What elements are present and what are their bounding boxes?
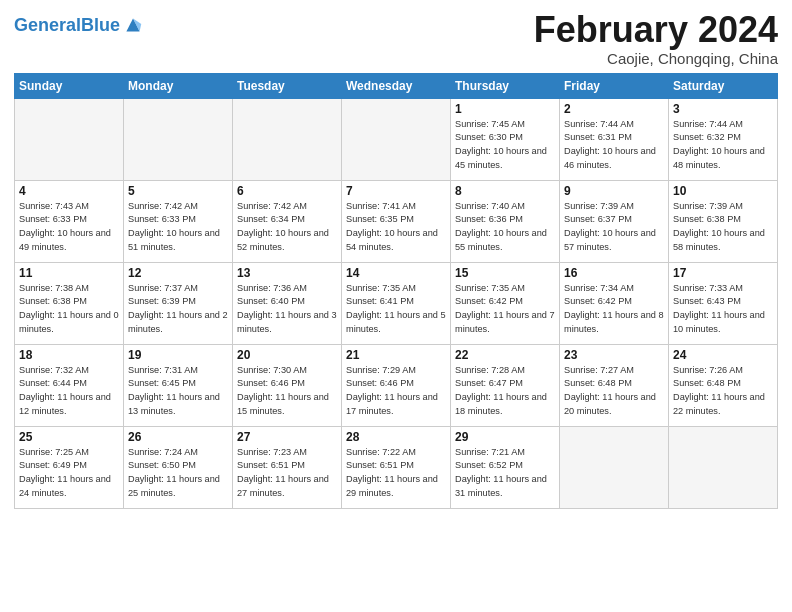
day-number: 11 xyxy=(19,266,119,280)
calendar-cell: 15 Sunrise: 7:35 AM Sunset: 6:42 PM Dayl… xyxy=(451,262,560,344)
location: Caojie, Chongqing, China xyxy=(534,50,778,67)
day-header-tuesday: Tuesday xyxy=(233,73,342,98)
day-number: 7 xyxy=(346,184,446,198)
day-number: 14 xyxy=(346,266,446,280)
day-number: 21 xyxy=(346,348,446,362)
calendar-cell: 21 Sunrise: 7:29 AM Sunset: 6:46 PM Dayl… xyxy=(342,344,451,426)
day-info: Sunrise: 7:42 AM Sunset: 6:33 PM Dayligh… xyxy=(128,200,228,255)
logo-icon xyxy=(122,14,144,36)
day-info: Sunrise: 7:22 AM Sunset: 6:51 PM Dayligh… xyxy=(346,446,446,501)
header: GeneralBlue February 2024 Caojie, Chongq… xyxy=(14,10,778,67)
day-number: 1 xyxy=(455,102,555,116)
calendar-table: SundayMondayTuesdayWednesdayThursdayFrid… xyxy=(14,73,778,509)
day-number: 18 xyxy=(19,348,119,362)
title-block: February 2024 Caojie, Chongqing, China xyxy=(534,10,778,67)
day-info: Sunrise: 7:38 AM Sunset: 6:38 PM Dayligh… xyxy=(19,282,119,337)
day-number: 9 xyxy=(564,184,664,198)
calendar-cell: 24 Sunrise: 7:26 AM Sunset: 6:48 PM Dayl… xyxy=(669,344,778,426)
day-number: 5 xyxy=(128,184,228,198)
calendar-week-3: 11 Sunrise: 7:38 AM Sunset: 6:38 PM Dayl… xyxy=(15,262,778,344)
calendar-cell: 22 Sunrise: 7:28 AM Sunset: 6:47 PM Dayl… xyxy=(451,344,560,426)
day-info: Sunrise: 7:40 AM Sunset: 6:36 PM Dayligh… xyxy=(455,200,555,255)
day-number: 20 xyxy=(237,348,337,362)
day-number: 2 xyxy=(564,102,664,116)
day-info: Sunrise: 7:27 AM Sunset: 6:48 PM Dayligh… xyxy=(564,364,664,419)
day-info: Sunrise: 7:34 AM Sunset: 6:42 PM Dayligh… xyxy=(564,282,664,337)
calendar-cell: 28 Sunrise: 7:22 AM Sunset: 6:51 PM Dayl… xyxy=(342,426,451,508)
calendar-cell: 27 Sunrise: 7:23 AM Sunset: 6:51 PM Dayl… xyxy=(233,426,342,508)
day-info: Sunrise: 7:39 AM Sunset: 6:37 PM Dayligh… xyxy=(564,200,664,255)
day-info: Sunrise: 7:44 AM Sunset: 6:32 PM Dayligh… xyxy=(673,118,773,173)
calendar-cell: 11 Sunrise: 7:38 AM Sunset: 6:38 PM Dayl… xyxy=(15,262,124,344)
calendar-cell: 4 Sunrise: 7:43 AM Sunset: 6:33 PM Dayli… xyxy=(15,180,124,262)
day-info: Sunrise: 7:21 AM Sunset: 6:52 PM Dayligh… xyxy=(455,446,555,501)
calendar-cell: 12 Sunrise: 7:37 AM Sunset: 6:39 PM Dayl… xyxy=(124,262,233,344)
day-info: Sunrise: 7:44 AM Sunset: 6:31 PM Dayligh… xyxy=(564,118,664,173)
day-number: 17 xyxy=(673,266,773,280)
day-header-monday: Monday xyxy=(124,73,233,98)
day-header-sunday: Sunday xyxy=(15,73,124,98)
calendar-cell: 20 Sunrise: 7:30 AM Sunset: 6:46 PM Dayl… xyxy=(233,344,342,426)
calendar-cell: 14 Sunrise: 7:35 AM Sunset: 6:41 PM Dayl… xyxy=(342,262,451,344)
day-number: 3 xyxy=(673,102,773,116)
day-number: 6 xyxy=(237,184,337,198)
day-info: Sunrise: 7:23 AM Sunset: 6:51 PM Dayligh… xyxy=(237,446,337,501)
calendar-cell: 26 Sunrise: 7:24 AM Sunset: 6:50 PM Dayl… xyxy=(124,426,233,508)
calendar-cell xyxy=(124,98,233,180)
calendar-cell: 3 Sunrise: 7:44 AM Sunset: 6:32 PM Dayli… xyxy=(669,98,778,180)
day-number: 10 xyxy=(673,184,773,198)
day-number: 4 xyxy=(19,184,119,198)
calendar-week-2: 4 Sunrise: 7:43 AM Sunset: 6:33 PM Dayli… xyxy=(15,180,778,262)
calendar-cell xyxy=(669,426,778,508)
calendar-cell: 5 Sunrise: 7:42 AM Sunset: 6:33 PM Dayli… xyxy=(124,180,233,262)
calendar-cell: 6 Sunrise: 7:42 AM Sunset: 6:34 PM Dayli… xyxy=(233,180,342,262)
calendar-cell: 18 Sunrise: 7:32 AM Sunset: 6:44 PM Dayl… xyxy=(15,344,124,426)
day-number: 8 xyxy=(455,184,555,198)
day-number: 13 xyxy=(237,266,337,280)
day-number: 12 xyxy=(128,266,228,280)
day-number: 22 xyxy=(455,348,555,362)
calendar-cell: 13 Sunrise: 7:36 AM Sunset: 6:40 PM Dayl… xyxy=(233,262,342,344)
day-header-wednesday: Wednesday xyxy=(342,73,451,98)
day-number: 25 xyxy=(19,430,119,444)
day-info: Sunrise: 7:28 AM Sunset: 6:47 PM Dayligh… xyxy=(455,364,555,419)
day-number: 23 xyxy=(564,348,664,362)
calendar-week-5: 25 Sunrise: 7:25 AM Sunset: 6:49 PM Dayl… xyxy=(15,426,778,508)
calendar-cell: 19 Sunrise: 7:31 AM Sunset: 6:45 PM Dayl… xyxy=(124,344,233,426)
day-number: 27 xyxy=(237,430,337,444)
month-title: February 2024 xyxy=(534,10,778,50)
day-header-saturday: Saturday xyxy=(669,73,778,98)
calendar-cell: 8 Sunrise: 7:40 AM Sunset: 6:36 PM Dayli… xyxy=(451,180,560,262)
day-header-friday: Friday xyxy=(560,73,669,98)
calendar-cell: 23 Sunrise: 7:27 AM Sunset: 6:48 PM Dayl… xyxy=(560,344,669,426)
calendar-cell xyxy=(233,98,342,180)
day-info: Sunrise: 7:45 AM Sunset: 6:30 PM Dayligh… xyxy=(455,118,555,173)
calendar-cell: 2 Sunrise: 7:44 AM Sunset: 6:31 PM Dayli… xyxy=(560,98,669,180)
day-info: Sunrise: 7:39 AM Sunset: 6:38 PM Dayligh… xyxy=(673,200,773,255)
day-info: Sunrise: 7:35 AM Sunset: 6:41 PM Dayligh… xyxy=(346,282,446,337)
calendar-cell: 10 Sunrise: 7:39 AM Sunset: 6:38 PM Dayl… xyxy=(669,180,778,262)
calendar-cell: 9 Sunrise: 7:39 AM Sunset: 6:37 PM Dayli… xyxy=(560,180,669,262)
day-info: Sunrise: 7:36 AM Sunset: 6:40 PM Dayligh… xyxy=(237,282,337,337)
calendar-cell: 7 Sunrise: 7:41 AM Sunset: 6:35 PM Dayli… xyxy=(342,180,451,262)
day-info: Sunrise: 7:33 AM Sunset: 6:43 PM Dayligh… xyxy=(673,282,773,337)
day-info: Sunrise: 7:31 AM Sunset: 6:45 PM Dayligh… xyxy=(128,364,228,419)
day-info: Sunrise: 7:26 AM Sunset: 6:48 PM Dayligh… xyxy=(673,364,773,419)
calendar-cell: 1 Sunrise: 7:45 AM Sunset: 6:30 PM Dayli… xyxy=(451,98,560,180)
day-number: 26 xyxy=(128,430,228,444)
calendar-cell xyxy=(560,426,669,508)
day-number: 15 xyxy=(455,266,555,280)
day-info: Sunrise: 7:25 AM Sunset: 6:49 PM Dayligh… xyxy=(19,446,119,501)
day-header-thursday: Thursday xyxy=(451,73,560,98)
day-number: 29 xyxy=(455,430,555,444)
day-info: Sunrise: 7:24 AM Sunset: 6:50 PM Dayligh… xyxy=(128,446,228,501)
logo: GeneralBlue xyxy=(14,14,144,36)
calendar-cell: 16 Sunrise: 7:34 AM Sunset: 6:42 PM Dayl… xyxy=(560,262,669,344)
day-info: Sunrise: 7:35 AM Sunset: 6:42 PM Dayligh… xyxy=(455,282,555,337)
calendar-cell xyxy=(15,98,124,180)
page-container: GeneralBlue February 2024 Caojie, Chongq… xyxy=(0,0,792,519)
day-info: Sunrise: 7:30 AM Sunset: 6:46 PM Dayligh… xyxy=(237,364,337,419)
logo-text: GeneralBlue xyxy=(14,16,120,34)
calendar-cell: 29 Sunrise: 7:21 AM Sunset: 6:52 PM Dayl… xyxy=(451,426,560,508)
day-info: Sunrise: 7:42 AM Sunset: 6:34 PM Dayligh… xyxy=(237,200,337,255)
